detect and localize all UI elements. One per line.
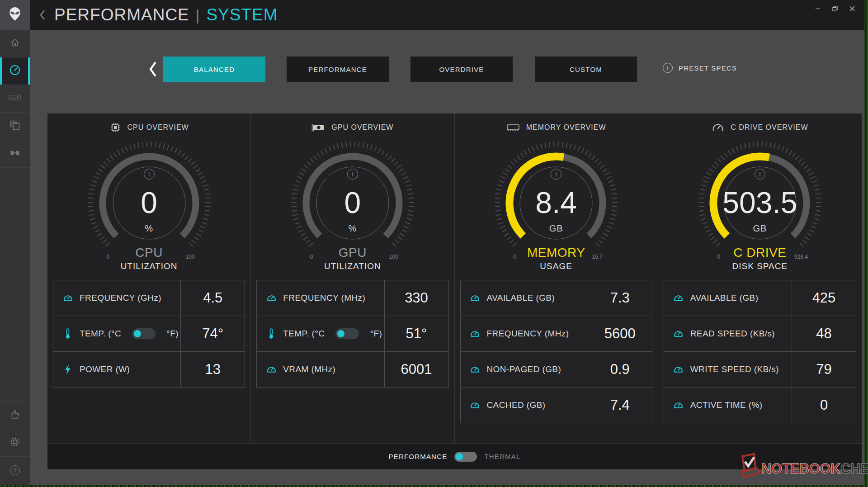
row-label: AVAILABLE (GB) [487,293,555,303]
sidebar-item-performance[interactable] [0,57,30,85]
table-row: POWER (W)13 [53,352,245,388]
sidebar-item-help[interactable]: ? [0,457,30,484]
gauge-max-label: 928.4 [785,254,817,260]
gauge-min-label: 0 [703,254,735,260]
restore-button[interactable] [826,0,844,17]
gauge-min-label: 0 [92,254,124,260]
row-value: 425 [792,280,856,316]
gauge-max-label: 15.7 [581,254,613,260]
row-value: 330 [384,280,448,316]
sidebar-item-logo[interactable] [0,0,30,30]
sidebar-item-alienfx[interactable] [0,140,30,168]
help-icon: ? [10,465,20,475]
sidebar: ? [0,0,30,485]
cdrive-overview-header: C DRIVE OVERVIEW [658,122,862,133]
gauge-icon [673,293,684,303]
table-row: FREQUENCY (MHz)330 [257,280,448,316]
info-icon: i [663,63,673,73]
section-title: CPU OVERVIEW [127,123,189,132]
row-value: 7.3 [588,280,652,316]
cpu-gauge: i 0 % CPU UTILIZATION 0 100 [86,140,212,274]
gauge-info-icon[interactable]: i [551,169,561,180]
preset-button-custom[interactable]: CUSTOM [535,57,637,82]
thermal-mode-label: THERMAL [484,453,520,460]
power-bolt-icon [62,364,73,375]
section-title: GPU OVERVIEW [331,123,393,132]
row-label: POWER (W) [80,364,130,374]
row-label-suffix: °F) [166,329,179,339]
sidebar-item-peripherals[interactable] [0,85,30,113]
gauge-unit: % [86,223,212,234]
alienware-logo-icon [9,7,21,23]
preset-back-chevron-icon[interactable] [148,61,157,79]
back-chevron-icon[interactable] [39,9,46,21]
table-row: VRAM (MHz)6001 [257,352,448,388]
window-controls [809,0,861,18]
gpu-overview-column: GPU OVERVIEW i 0 % GPU UTILIZATION 0 100… [251,113,454,443]
temp-unit-toggle[interactable] [132,328,156,339]
gauge-icon [62,293,73,303]
row-label: FREQUENCY (GHz) [80,293,161,303]
gauge-icon [673,400,684,411]
memory-stats-table: AVAILABLE (GB)7.3FREQUENCY (MHz)5600NON-… [460,280,652,423]
row-value: 7.4 [588,388,652,423]
preset-button-overdrive[interactable]: OVERDRIVE [410,57,513,82]
peripherals-icon [9,92,21,105]
gauge-unit: % [289,223,416,234]
row-value: 79 [792,352,856,388]
gauge-label-secondary: UTILIZATION [86,261,212,271]
cdrive-overview-column: C DRIVE OVERVIEW i 503.5 GB C DRIVE DISK… [658,113,862,443]
temp-unit-toggle[interactable] [335,328,359,339]
performance-mode-label: PERFORMANCE [389,453,448,460]
page-title-left: PERFORMANCE [54,5,189,24]
watermark-text-primary: NOTEBOOK [761,461,840,477]
row-label: VRAM (MHz) [283,364,335,374]
sidebar-item-library[interactable] [0,113,30,140]
page-title: PERFORMANCE|SYSTEM [54,5,278,24]
gauge-icon [470,364,481,375]
row-value: 13 [181,352,245,388]
performance-thermal-toggle[interactable] [454,452,477,462]
main-area: BALANCED PERFORMANCE OVERDRIVE CUSTOM i … [30,30,864,485]
gauge-info-icon[interactable]: i [755,169,765,180]
gauge-info-icon[interactable]: i [144,169,155,180]
gauge-label-secondary: USAGE [493,261,619,271]
gauge-value: 8.4 [493,187,619,218]
row-value: 0.9 [588,352,652,388]
gauge-value: 0 [289,187,416,218]
table-row: NON-PAGED (GB)0.9 [460,352,652,388]
sidebar-item-settings[interactable] [0,429,30,457]
row-value: 4.5 [181,280,245,316]
close-button[interactable] [844,0,861,17]
table-row: FREQUENCY (GHz)4.5 [53,280,245,316]
page-title-right: SYSTEM [206,5,278,24]
notebookcheck-logo-icon [736,453,764,485]
memory-ram-icon [506,123,520,132]
gauge-icon [673,364,684,375]
gauge-info-icon[interactable]: i [347,169,358,180]
preset-button-balanced[interactable]: BALANCED [163,57,265,82]
sidebar-item-feedback[interactable] [0,402,30,429]
gauge-value: 0 [86,187,212,218]
thermometer-icon [266,328,277,340]
performance-gauge-icon [9,64,21,78]
minimize-button[interactable] [809,0,826,17]
titlebar: PERFORMANCE|SYSTEM [30,0,864,30]
preset-specs[interactable]: i PRESET SPECS [663,63,737,73]
row-label: TEMP. (°C [283,329,325,339]
alienfx-icon [9,147,21,160]
cdrive-stats-table: AVAILABLE (GB)425READ SPEED (KB/s)48WRIT… [664,280,856,423]
sidebar-item-home[interactable] [0,30,30,57]
gpu-stats-table: FREQUENCY (MHz)330TEMP. (°C°F)51°VRAM (M… [256,280,448,388]
gauge-max-label: 100 [175,254,206,260]
row-label: NON-PAGED (GB) [487,364,561,374]
preset-button-performance[interactable]: PERFORMANCE [287,57,389,82]
memory-overview-header: MEMORY OVERVIEW [455,122,658,133]
notebookcheck-watermark: NOTEBOOKCHECK [736,452,868,486]
row-label: FREQUENCY (MHz) [283,293,365,303]
row-label-suffix: °F) [370,329,382,339]
row-label: CACHED (GB) [487,400,546,410]
gauge-icon [266,293,277,303]
row-value: 48 [792,316,856,352]
gauge-icon [470,293,481,303]
